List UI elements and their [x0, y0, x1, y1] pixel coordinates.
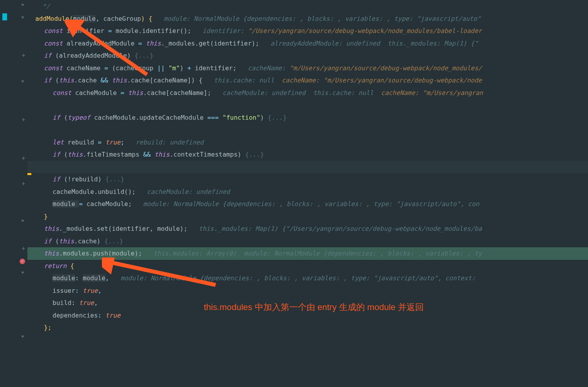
code-line[interactable]: if (!rebuild) {...}: [27, 173, 588, 186]
code-line[interactable]: cacheModule.unbuild(); cacheModule: unde…: [27, 186, 588, 198]
inline-hint: this.cache: null: [214, 77, 274, 84]
code-line[interactable]: module = cacheModule; module: NormalModu…: [27, 198, 588, 210]
inline-hint: module: NormalModule {dependencies: , bl…: [120, 274, 475, 282]
code-line[interactable]: addModule(module, cacheGroup) { module: …: [27, 13, 588, 25]
function-name: addModule(: [35, 15, 73, 22]
inline-hint: this.modules: Array(0): [153, 250, 236, 257]
breakpoint-icon[interactable]: [20, 259, 25, 264]
fold-triangle-icon[interactable]: [21, 16, 24, 19]
gutter: + + + + +: [0, 0, 27, 387]
fold-triangle-icon[interactable]: [21, 80, 24, 83]
code-line[interactable]: if (this.cache) {...}: [27, 235, 588, 248]
fold-plus-icon[interactable]: +: [22, 115, 25, 125]
code-line[interactable]: if (this.fileTimestamps && this.contextT…: [27, 148, 588, 161]
code-line[interactable]: const cacheName = (cacheGroup || "m") + …: [27, 62, 588, 75]
fold-triangle-icon[interactable]: [21, 272, 24, 274]
fold-triangle-icon[interactable]: [21, 220, 24, 222]
folded-region[interactable]: {...}: [105, 175, 124, 183]
inline-hint: alreadyAddedModule: undefined: [270, 40, 380, 47]
fold-plus-icon[interactable]: +: [22, 50, 25, 61]
code-line[interactable]: return {: [27, 260, 588, 272]
code-line-current[interactable]: [27, 161, 588, 173]
code-line[interactable]: }: [27, 210, 588, 223]
fold-triangle-icon[interactable]: [21, 4, 24, 6]
code-line[interactable]: [27, 124, 588, 136]
code-line-breakpoint[interactable]: this.modules.push(module); this.modules:…: [27, 247, 588, 260]
fold-plus-icon[interactable]: +: [22, 179, 25, 189]
code-line[interactable]: this._modules.set(identifier, module); t…: [27, 223, 588, 235]
fold-plus-icon[interactable]: +: [22, 243, 25, 254]
code-line[interactable]: let rebuild = true; rebuild: undefined: [27, 136, 588, 149]
code-line[interactable]: */: [27, 0, 588, 13]
inline-hint: module: NormalModule {dependencies: , bl…: [143, 200, 479, 208]
annotation-text: this.modules 中加入第一个由 entry 生成的 module 并返…: [204, 299, 424, 316]
folded-region[interactable]: {...}: [268, 114, 287, 121]
code-line[interactable]: issuer: true,: [27, 285, 588, 297]
fold-plus-icon[interactable]: +: [22, 153, 25, 164]
inline-hint: cacheName:: [248, 64, 285, 72]
code-line[interactable]: const cacheModule = this.cache[cacheName…: [27, 87, 588, 99]
parameter: module: [73, 15, 96, 22]
fold-triangle-icon[interactable]: [21, 336, 24, 338]
code-line[interactable]: if (alreadyAddedModule) {...}: [27, 49, 588, 62]
folded-region[interactable]: {...}: [134, 52, 153, 59]
code-editor[interactable]: + + + + + */ addModule(module, cacheGrou…: [0, 0, 588, 387]
bookmark-icon[interactable]: [2, 13, 7, 20]
code-area[interactable]: */ addModule(module, cacheGroup) { modul…: [27, 0, 588, 334]
comment: */: [35, 2, 50, 10]
code-line[interactable]: const identifier = module.identifier(); …: [27, 25, 588, 37]
folded-region[interactable]: {...}: [104, 237, 123, 245]
inline-hint: rebuild: undefined: [136, 139, 203, 146]
inline-hint: this._modules: Map(1) {"/Users/yangran/s…: [199, 225, 482, 232]
code-line[interactable]: const alreadyAddedModule = this._modules…: [27, 37, 588, 50]
folded-region[interactable]: {...}: [245, 151, 264, 158]
inline-hint: identifier:: [203, 27, 244, 35]
inline-hint: cacheModule: undefined: [223, 89, 306, 97]
inline-hint: cacheModule: undefined: [147, 188, 230, 195]
code-line[interactable]: [27, 99, 588, 111]
code-line[interactable]: module: module, module: NormalModule {de…: [27, 272, 588, 285]
inline-hint: module: NormalModule {dependencies: , bl…: [164, 15, 481, 22]
code-line[interactable]: if (typeof cacheModule.updateCacheModule…: [27, 111, 588, 124]
code-line[interactable]: };: [27, 321, 588, 334]
code-line[interactable]: if (this.cache && this.cache[cacheName])…: [27, 74, 588, 87]
